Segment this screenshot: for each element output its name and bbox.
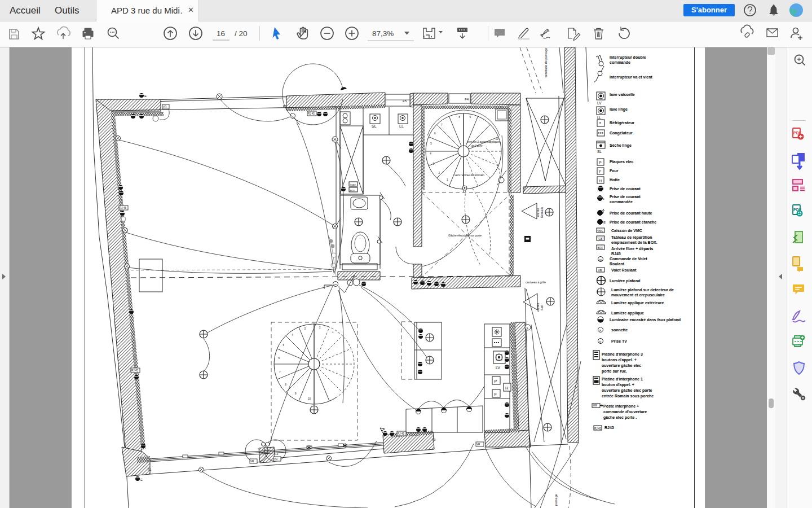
svg-text:Prise de courant: Prise de courant [610, 187, 641, 191]
svg-text:2: 2 [438, 172, 440, 174]
svg-text:emplacement de la BOX.: emplacement de la BOX. [611, 240, 657, 245]
svg-text:de l’allée: de l’allée [471, 144, 483, 147]
svg-text:/ 20: / 20 [235, 29, 248, 38]
svg-text:Lumière applique extérieure: Lumière applique extérieure [611, 301, 664, 305]
svg-text:Prise de courant étanche: Prise de courant étanche [610, 220, 656, 224]
svg-text:Prise de courant haute: Prise de courant haute [610, 211, 652, 215]
svg-text:s: s [599, 329, 601, 332]
svg-text:Tableau de répartition: Tableau de répartition [611, 235, 652, 240]
svg-text:commande: commande [610, 60, 630, 64]
svg-text:VR: VR [250, 460, 254, 463]
svg-text:ouverture gâche elec porte: ouverture gâche elec porte [602, 388, 652, 393]
svg-text:Gâche électrique sur porte: Gâche électrique sur porte [448, 234, 482, 237]
svg-text:c: c [603, 197, 604, 200]
svg-text:entrée: entrée [536, 208, 540, 217]
svg-text:VR: VR [476, 443, 480, 446]
svg-text:RJ 45: RJ 45 [594, 427, 601, 430]
svg-text:Commande de Volet: Commande de Volet [610, 257, 647, 261]
svg-text:Lumière plafond: Lumière plafond [610, 279, 640, 283]
svg-text:5: 5 [430, 142, 432, 145]
svg-text:F5: F5 [403, 99, 407, 103]
svg-text:porte sur rue.: porte sur rue. [602, 369, 627, 374]
svg-text:1: 1 [447, 178, 448, 181]
svg-text:Caisson de VMC: Caisson de VMC [611, 229, 642, 233]
svg-text:vers les 2 autres appliques: vers les 2 autres appliques [467, 140, 501, 143]
svg-text:Platine d'interphone 3: Platine d'interphone 3 [602, 352, 643, 357]
svg-text:F1: F1 [148, 468, 151, 471]
svg-text:E: E [140, 478, 143, 481]
svg-text:F2: F2 [275, 452, 278, 456]
svg-text:Luminaire encastré dans faux p: Luminaire encastré dans faux plafond [610, 318, 681, 322]
svg-text:Platine d'interphone 1: Platine d'interphone 1 [602, 377, 643, 382]
svg-text:10: 10 [308, 397, 311, 400]
svg-text:RJ45: RJ45 [604, 426, 614, 430]
svg-text:8: 8 [285, 383, 286, 386]
svg-text:P: P [495, 379, 497, 384]
svg-text:s: s [527, 326, 528, 330]
svg-text:*: * [599, 121, 602, 126]
svg-text:RJ45: RJ45 [611, 252, 621, 256]
svg-text:Hotte: Hotte [610, 178, 620, 182]
svg-text:Prise de courant: Prise de courant [610, 195, 641, 199]
svg-text:entrée: entrée [536, 303, 540, 312]
svg-text:VMC: VMC [597, 229, 604, 233]
svg-text:lave linge: lave linge [610, 107, 628, 112]
svg-text:RJ 45: RJ 45 [308, 112, 315, 115]
svg-text:gâche elec porte .: gâche elec porte . [603, 415, 637, 420]
svg-text:Réfrigérateur: Réfrigérateur [610, 121, 634, 125]
svg-text:16: 16 [217, 29, 225, 38]
svg-text:commande d'ouverture: commande d'ouverture [603, 410, 647, 414]
svg-text:Interrupteur va et vient: Interrupteur va et vient [610, 75, 653, 80]
svg-text:9: 9 [469, 116, 471, 119]
svg-text:BOX: BOX [598, 247, 603, 249]
svg-text:F3: F3 [432, 438, 435, 441]
svg-text:VR: VR [274, 458, 278, 461]
svg-text:Sèche linge: Sèche linge [610, 143, 632, 148]
svg-text:LV: LV [496, 366, 500, 370]
svg-text:Poste interphone +: Poste interphone + [603, 404, 639, 409]
svg-text:Romain: Romain [540, 207, 544, 218]
svg-text:SL: SL [597, 150, 602, 154]
svg-text:mouvement et crepusculaire: mouvement et crepusculaire [611, 293, 665, 297]
svg-text:Prise TV: Prise TV [611, 339, 627, 343]
svg-text:8: 8 [459, 116, 461, 119]
svg-text:SL: SL [372, 124, 377, 128]
svg-text:Plaques elec: Plaques elec [610, 160, 634, 164]
svg-text:87,3%: 87,3% [372, 29, 394, 38]
svg-text:5: 5 [283, 344, 285, 347]
svg-text:BOX: BOX [350, 189, 355, 192]
svg-text:F: F [599, 170, 601, 174]
svg-text:6: 6 [434, 132, 436, 135]
svg-text:F6: F6 [283, 104, 286, 108]
svg-text:LL: LL [597, 116, 602, 120]
svg-text:H: H [599, 179, 602, 183]
svg-text:bouton d'appel. +: bouton d'appel. + [602, 383, 634, 387]
svg-text:TGBT: TGBT [597, 238, 604, 240]
svg-text:RJ 45: RJ 45 [120, 207, 126, 209]
svg-text:4: 4 [430, 152, 431, 155]
svg-text:cv: cv [599, 258, 603, 261]
svg-text:1: 1 [332, 331, 334, 334]
svg-text:Four: Four [610, 169, 619, 173]
svg-text:lave vaisselle: lave vaisselle [610, 93, 635, 97]
svg-text:F: F [495, 392, 497, 397]
svg-text:Seb: Seb [540, 305, 544, 310]
svg-text:6: 6 [279, 357, 280, 360]
svg-text:RJ 45: RJ 45 [398, 432, 404, 435]
svg-text:vers l’entrée de Romain: vers l’entrée de Romain [454, 173, 484, 177]
svg-text:sonnette: sonnette [611, 328, 628, 332]
svg-text:Roulant: Roulant [610, 262, 625, 266]
svg-text:Congélateur: Congélateur [610, 131, 633, 135]
svg-text:Lumière applique: Lumière applique [611, 311, 644, 316]
svg-text:passage: passage [554, 494, 558, 506]
svg-text:ouverture gâche elec: ouverture gâche elec [602, 364, 641, 368]
svg-text:TGBT: TGBT [350, 183, 356, 186]
svg-text:F4: F4 [465, 98, 469, 101]
svg-text:RJ 45: RJ 45 [131, 369, 138, 372]
svg-text:Volet Roulant: Volet Roulant [611, 268, 637, 272]
svg-text:tv: tv [599, 340, 601, 343]
svg-text:2: 2 [319, 326, 321, 329]
svg-text:boutons d'appel. +: boutons d'appel. + [602, 358, 637, 362]
svg-text:LL: LL [399, 124, 404, 128]
svg-text:VR: VR [598, 269, 602, 272]
